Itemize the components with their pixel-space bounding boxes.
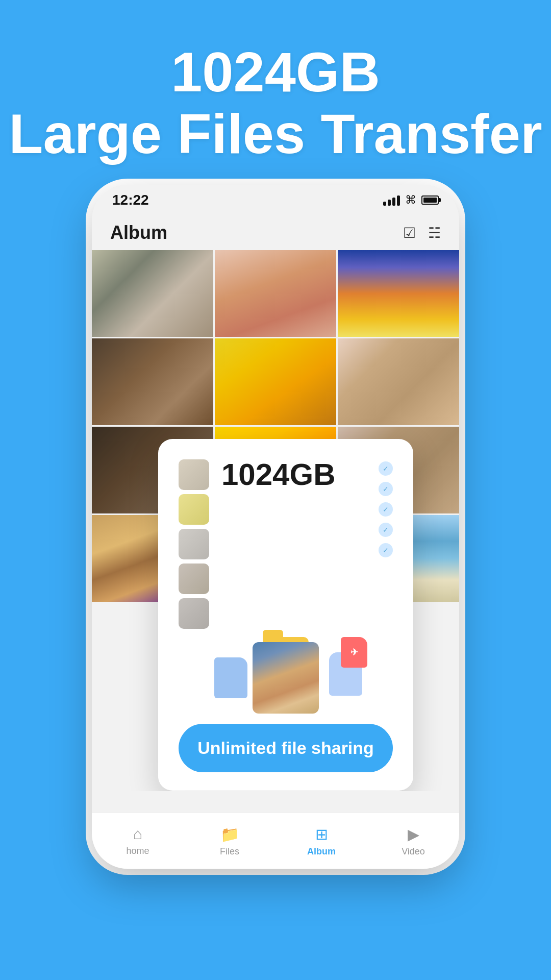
storage-amount: 1024GB: [221, 459, 366, 490]
check-icon: ✓: [379, 461, 393, 476]
filter-icon[interactable]: ☵: [428, 225, 441, 241]
status-icons: ⌘: [383, 193, 439, 207]
nav-video[interactable]: ▶ Video: [367, 825, 459, 857]
photo-cell[interactable]: [92, 338, 213, 425]
thumbnail: [179, 564, 209, 594]
thumbnail: [179, 529, 209, 559]
phone-frame: 12:22 ⌘ Album ☑ ☵: [92, 185, 459, 869]
bottom-navigation: ⌂ home 📁 Files ⊞ Album ▶ Video: [92, 813, 459, 869]
main-photo: [253, 642, 319, 714]
nav-album[interactable]: ⊞ Album: [276, 825, 367, 857]
pdf-icon: ✈: [341, 637, 367, 668]
photo-cell[interactable]: [215, 338, 336, 425]
nav-files-label: Files: [220, 846, 239, 857]
files-icon: 📁: [220, 825, 239, 843]
thumbnail: [179, 459, 209, 490]
thumbnail: [179, 494, 209, 525]
photo-cell[interactable]: [215, 250, 336, 337]
photo-cell[interactable]: [338, 250, 459, 337]
phone-mockup: 12:22 ⌘ Album ☑ ☵: [0, 185, 551, 869]
unlimited-sharing-button[interactable]: Unlimited file sharing: [179, 724, 393, 772]
header-section: 1024GB Large Files Transfer: [0, 0, 551, 185]
photo-cell[interactable]: [338, 338, 459, 425]
select-icon[interactable]: ☑: [403, 225, 416, 241]
thumbnail-list: [179, 459, 209, 629]
album-icon: ⊞: [315, 825, 328, 843]
header-title-line2: Large Files Transfer: [0, 103, 551, 164]
header-action-icons: ☑ ☵: [403, 225, 441, 241]
check-icon: ✓: [379, 502, 393, 517]
app-title: Album: [110, 222, 167, 243]
check-icon: ✓: [379, 543, 393, 557]
home-icon: ⌂: [133, 825, 142, 843]
nav-home[interactable]: ⌂ home: [92, 825, 184, 856]
nav-video-label: Video: [402, 846, 425, 857]
check-list: ✓ ✓ ✓ ✓ ✓: [379, 461, 393, 557]
photo-grid-area: 1024GB ✓ ✓ ✓ ✓ ✓: [92, 250, 459, 791]
battery-icon: [421, 195, 439, 205]
app-header: Album ☑ ☵: [92, 215, 459, 250]
check-icon: ✓: [379, 482, 393, 496]
check-icon: ✓: [379, 523, 393, 537]
nav-album-label: Album: [307, 846, 336, 857]
signal-icon: [383, 194, 400, 206]
storage-info: 1024GB: [221, 459, 366, 490]
wifi-icon: ⌘: [405, 193, 416, 207]
header-title-line1: 1024GB: [0, 41, 551, 103]
status-bar: 12:22 ⌘: [92, 185, 459, 215]
photo-cell[interactable]: [92, 250, 213, 337]
video-icon: ▶: [408, 825, 419, 843]
thumbnail: [179, 598, 209, 629]
file-icon-left: [214, 657, 247, 698]
file-cluster: ✈: [179, 637, 393, 719]
storage-card: 1024GB ✓ ✓ ✓ ✓ ✓: [158, 439, 413, 791]
status-time: 12:22: [112, 192, 149, 208]
nav-files[interactable]: 📁 Files: [184, 825, 276, 857]
nav-home-label: home: [126, 846, 149, 856]
